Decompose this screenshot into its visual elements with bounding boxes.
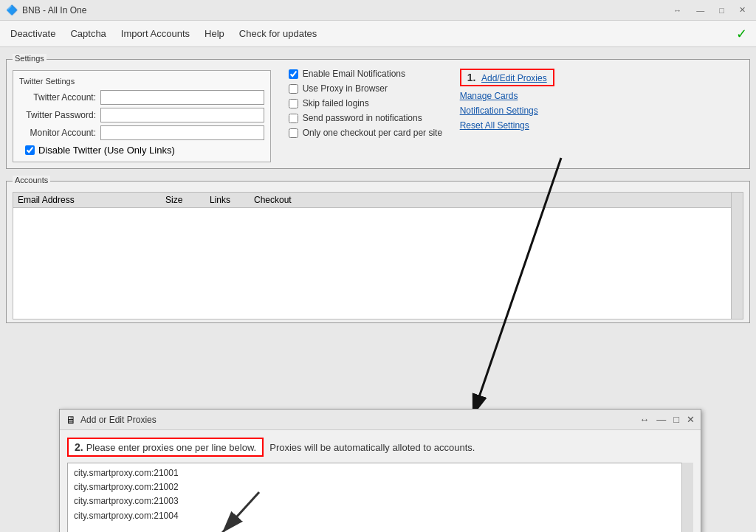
one-checkout-row: Only one checkout per card per site (289, 128, 442, 138)
window-title: BNB - All In One (22, 5, 669, 15)
window-controls: ↔ — □ ✕ (669, 4, 750, 16)
sub-window-content: 2. Please enter proxies one per line bel… (60, 430, 701, 532)
proxy-item-0: city.smartproxy.com:21001 (74, 466, 687, 480)
proxy-instruction-row: 2. Please enter proxies one per line bel… (67, 438, 693, 457)
sub-resize-icon: ↔ (639, 414, 649, 425)
send-password-label: Send password in notifications (303, 113, 422, 123)
manage-cards-link[interactable]: Manage Cards (460, 91, 554, 101)
disable-twitter-checkbox[interactable] (25, 145, 35, 155)
send-password-checkbox[interactable] (289, 114, 298, 123)
app-icon: 🔷 (6, 4, 18, 16)
accounts-table-header: Email Address Size Links Checkout (13, 193, 743, 208)
resize-icon[interactable]: ↔ (669, 4, 686, 16)
menu-deactivate[interactable]: Deactivate (3, 25, 63, 42)
email-notif-row: Enable Email Notifications (289, 69, 442, 79)
twitter-settings-label: Twitter Settings (19, 77, 264, 86)
skip-failed-label: Skip failed logins (303, 98, 369, 108)
proxy-item-3: city.smartproxy.com:21004 (74, 509, 687, 523)
proxy-browser-checkbox[interactable] (289, 84, 298, 94)
twitter-password-label: Twitter Password: (19, 110, 100, 120)
proxy-instruction-text: Please enter proxies one per line below. (86, 442, 257, 453)
col-size-header: Size (165, 195, 210, 205)
menu-help[interactable]: Help (197, 25, 232, 42)
settings-group: Settings Twitter Settings Twitter Accoun… (6, 59, 750, 169)
proxy-list-scrollbar[interactable] (681, 463, 693, 532)
email-notif-label: Enable Email Notifications (303, 69, 405, 79)
col-links-header: Links (210, 195, 254, 205)
scrollbar[interactable] (731, 193, 743, 319)
one-checkout-label: Only one checkout per card per site (303, 128, 442, 138)
sub-window-icon: 🖥 (66, 414, 76, 426)
sub-maximize-button[interactable]: □ (673, 414, 679, 425)
maximize-button[interactable]: □ (715, 4, 729, 16)
accounts-group-label: Accounts (13, 176, 50, 184)
proxy-instruction-extra: Proxies will be automatically alloted to… (269, 442, 475, 453)
one-checkout-checkbox[interactable] (289, 128, 298, 138)
monitor-account-input[interactable] (100, 125, 264, 140)
monitor-account-label: Monitor Account: (19, 128, 100, 138)
menu-check-updates[interactable]: Check for updates (232, 25, 325, 42)
monitor-account-row: Monitor Account: (19, 125, 264, 140)
title-bar: 🔷 BNB - All In One ↔ — □ ✕ (0, 0, 756, 21)
menu-bar: Deactivate Captcha Import Accounts Help … (0, 21, 756, 47)
add-edit-proxies-link[interactable]: Add/Edit Proxies (481, 73, 547, 83)
sub-window-title-bar: 🖥 Add or Edit Proxies ↔ — □ ✕ (60, 410, 701, 430)
sub-close-button[interactable]: ✕ (687, 414, 695, 425)
notification-settings-link[interactable]: Notification Settings (460, 106, 554, 116)
skip-failed-row: Skip failed logins (289, 98, 442, 108)
status-checkmark: ✓ (736, 26, 747, 42)
sub-window-controls: ↔ — □ ✕ (639, 414, 695, 425)
close-button[interactable]: ✕ (735, 4, 750, 16)
sub-window-title: Add or Edit Proxies (80, 415, 639, 425)
disable-twitter-row: Disable Twitter (Use Only Links) (19, 145, 264, 156)
col-checkout-header: Checkout (254, 195, 738, 205)
center-options: Enable Email Notifications Use Proxy in … (289, 69, 442, 142)
add-edit-proxies-window: 🖥 Add or Edit Proxies ↔ — □ ✕ 2. Please … (59, 409, 701, 532)
minimize-button[interactable]: — (692, 4, 709, 16)
step2-label: 2. (75, 441, 83, 453)
right-links: 1. Add/Edit Proxies Manage Cards Notific… (460, 69, 554, 135)
proxy-item-1: city.smartproxy.com:21002 (74, 480, 687, 494)
main-content: Settings Twitter Settings Twitter Accoun… (0, 47, 756, 532)
accounts-table: Email Address Size Links Checkout (13, 192, 743, 319)
twitter-account-row: Twitter Account: (19, 90, 264, 105)
proxy-browser-row: Use Proxy in Browser (289, 83, 442, 94)
twitter-password-input[interactable] (100, 108, 264, 122)
email-notif-checkbox[interactable] (289, 69, 298, 79)
disable-twitter-label: Disable Twitter (Use Only Links) (38, 145, 175, 156)
menu-captcha[interactable]: Captcha (63, 25, 113, 42)
twitter-account-label: Twitter Account: (19, 92, 100, 103)
settings-group-label: Settings (13, 54, 47, 63)
skip-failed-checkbox[interactable] (289, 99, 298, 108)
send-password-row: Send password in notifications (289, 113, 442, 123)
proxy-browser-label: Use Proxy in Browser (303, 83, 388, 94)
twitter-account-input[interactable] (100, 90, 264, 105)
proxy-list-container: city.smartproxy.com:21001 city.smartprox… (67, 463, 693, 532)
add-edit-proxies-highlight: 1. Add/Edit Proxies (460, 69, 554, 86)
reset-settings-link[interactable]: Reset All Settings (460, 120, 554, 131)
accounts-group: Accounts Email Address Size Links Checko… (6, 181, 750, 323)
twitter-settings-box: Twitter Settings Twitter Account: Twitte… (13, 70, 271, 162)
proxy-list[interactable]: city.smartproxy.com:21001 city.smartprox… (67, 463, 693, 532)
step1-label: 1. (467, 72, 476, 83)
menu-import-accounts[interactable]: Import Accounts (114, 25, 197, 42)
sub-minimize-button[interactable]: — (656, 414, 666, 425)
proxy-instruction-highlight: 2. Please enter proxies one per line bel… (67, 438, 264, 457)
col-email-header: Email Address (18, 195, 165, 205)
accounts-table-body (13, 208, 743, 319)
proxy-item-2: city.smartproxy.com:21003 (74, 494, 687, 508)
twitter-password-row: Twitter Password: (19, 108, 264, 122)
